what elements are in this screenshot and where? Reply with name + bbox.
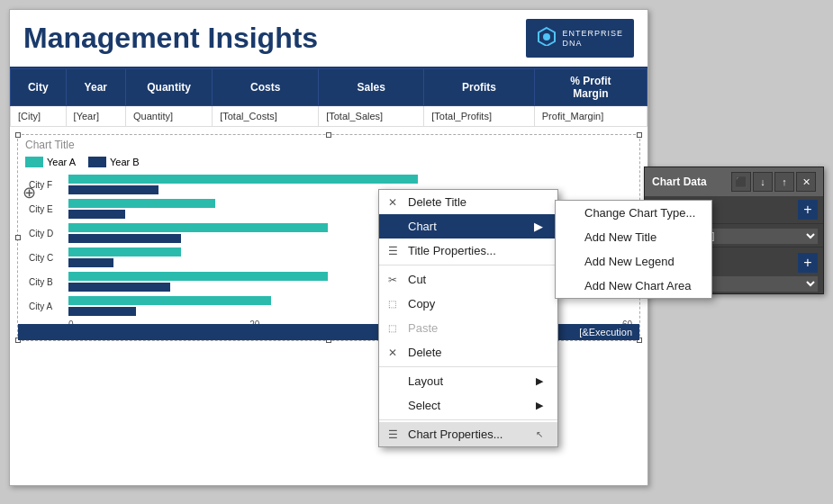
separator-3 bbox=[379, 419, 557, 420]
bar-label-citya: City A bbox=[29, 302, 52, 311]
menu-label-delete-title: Delete Title bbox=[408, 195, 466, 209]
submenu-add-new-title[interactable]: Add New Title bbox=[556, 225, 711, 249]
paste-icon: ⬚ bbox=[388, 323, 396, 333]
report-header: Management Insights ENTERPRISE DNA bbox=[10, 10, 647, 68]
chart-submenu: Change Chart Type... Add New Title Add N… bbox=[555, 200, 712, 299]
bar-label-cityd: City D bbox=[29, 229, 53, 238]
bar-b-cityd bbox=[68, 234, 181, 243]
bar-a-citye bbox=[68, 199, 215, 208]
legend-item-b: Year B bbox=[88, 157, 140, 167]
cursor-indicator: ↖ bbox=[536, 429, 543, 439]
panel-add-button[interactable]: + bbox=[798, 200, 818, 220]
resize-handle-tc[interactable] bbox=[326, 132, 331, 138]
submenu-label-change-chart-type: Change Chart Type... bbox=[584, 206, 695, 220]
separator-1 bbox=[379, 265, 557, 266]
chart-properties-icon: ☰ bbox=[388, 428, 398, 441]
menu-label-chart: Chart bbox=[408, 220, 437, 233]
cell-city: [City] bbox=[11, 106, 67, 127]
bar-a-cityd bbox=[68, 223, 328, 232]
menu-item-delete[interactable]: ✕ Delete bbox=[379, 340, 557, 364]
menu-label-select: Select bbox=[408, 399, 440, 412]
menu-label-title-properties: Title Properties... bbox=[408, 244, 496, 257]
panel-btn-up[interactable]: ↑ bbox=[774, 172, 794, 192]
svg-point-1 bbox=[543, 33, 550, 40]
footer-text: [&Execution bbox=[579, 327, 632, 338]
menu-item-paste[interactable]: ⬚ Paste bbox=[379, 316, 557, 340]
bar-b-cityb bbox=[68, 283, 170, 292]
cell-quantity: Quantity] bbox=[125, 106, 212, 127]
resize-handle-tl[interactable] bbox=[15, 132, 21, 138]
col-city: City bbox=[11, 69, 67, 106]
legend-item-a: Year A bbox=[25, 157, 76, 167]
menu-item-title-properties[interactable]: ☰ Title Properties... bbox=[379, 238, 557, 263]
menu-label-paste: Paste bbox=[408, 321, 438, 335]
cell-margin: Profit_Margin] bbox=[534, 106, 647, 127]
panel-groups-add-button[interactable]: + bbox=[798, 253, 818, 273]
menu-item-cut[interactable]: ✂ Cut bbox=[379, 267, 557, 292]
menu-item-chart-properties[interactable]: ☰ Chart Properties... ↖ bbox=[379, 422, 557, 446]
col-profits: Profits bbox=[424, 69, 534, 106]
bar-b-citya bbox=[68, 307, 136, 316]
delete-title-icon: ✕ bbox=[388, 196, 397, 209]
layout-submenu-arrow: ▶ bbox=[536, 375, 543, 387]
submenu-add-new-chart-area[interactable]: Add New Chart Area bbox=[556, 274, 711, 298]
panel-btn-down[interactable]: ↓ bbox=[753, 172, 773, 192]
separator-2 bbox=[379, 366, 557, 367]
menu-label-cut: Cut bbox=[408, 273, 426, 286]
col-quantity: Quantity bbox=[125, 69, 212, 106]
submenu-label-add-new-legend: Add New Legend bbox=[584, 255, 675, 268]
select-submenu-arrow: ▶ bbox=[536, 400, 543, 411]
menu-label-layout: Layout bbox=[408, 374, 443, 388]
col-costs: Costs bbox=[213, 69, 319, 106]
submenu-label-add-new-title: Add New Title bbox=[584, 230, 656, 244]
data-table: City Year Quantity Costs Sales Profits %… bbox=[10, 68, 647, 127]
bar-a-cityb bbox=[68, 272, 328, 281]
panel-header: Chart Data ⬛ ↓ ↑ ✕ bbox=[645, 167, 823, 196]
cell-costs: [Total_Costs] bbox=[213, 106, 319, 127]
legend-label-b: Year B bbox=[110, 157, 140, 167]
resize-handle-tr[interactable] bbox=[637, 132, 642, 138]
menu-label-copy: Copy bbox=[408, 297, 435, 310]
menu-item-copy[interactable]: ⬚ Copy bbox=[379, 292, 557, 316]
col-profit-margin: % ProfitMargin bbox=[534, 69, 647, 106]
bar-b-citye bbox=[68, 210, 125, 219]
bar-label-cityb: City B bbox=[29, 277, 53, 287]
submenu-add-new-legend[interactable]: Add New Legend bbox=[556, 249, 711, 274]
menu-label-chart-properties: Chart Properties... bbox=[408, 428, 503, 441]
cell-sales: [Total_Sales] bbox=[319, 106, 424, 127]
submenu-change-chart-type[interactable]: Change Chart Type... bbox=[556, 201, 711, 225]
table-row: [City] [Year] Quantity] [Total_Costs] [T… bbox=[11, 106, 647, 127]
delete-icon: ✕ bbox=[388, 346, 397, 359]
panel-toolbar: ⬛ ↓ ↑ ✕ bbox=[731, 172, 816, 192]
menu-item-chart[interactable]: Chart ▶ bbox=[379, 214, 557, 238]
bar-label-cityc: City C bbox=[29, 253, 53, 263]
menu-label-delete: Delete bbox=[408, 346, 442, 359]
submenu-label-add-new-chart-area: Add New Chart Area bbox=[584, 279, 692, 292]
legend-color-b bbox=[88, 157, 106, 167]
panel-btn-close[interactable]: ✕ bbox=[796, 172, 816, 192]
menu-item-layout[interactable]: Layout ▶ bbox=[379, 369, 557, 393]
cell-profits: [Total_Profits] bbox=[424, 106, 534, 127]
cut-icon: ✂ bbox=[388, 274, 397, 286]
col-year: Year bbox=[66, 69, 125, 106]
logo-icon bbox=[537, 26, 557, 50]
legend-label-a: Year A bbox=[47, 157, 76, 167]
cell-year: [Year] bbox=[66, 106, 125, 127]
bar-b-cityf bbox=[68, 185, 158, 194]
panel-title: Chart Data bbox=[652, 176, 707, 188]
title-properties-icon: ☰ bbox=[388, 245, 398, 257]
menu-item-select[interactable]: Select ▶ bbox=[379, 393, 557, 418]
panel-btn-grid[interactable]: ⬛ bbox=[731, 172, 751, 192]
bar-label-citye: City E bbox=[29, 204, 53, 214]
bar-a-cityc bbox=[68, 248, 181, 256]
bar-a-citya bbox=[68, 296, 271, 305]
col-sales: Sales bbox=[319, 69, 424, 106]
logo-box: ENTERPRISE DNA bbox=[526, 19, 634, 58]
menu-item-delete-title[interactable]: ✕ Delete Title bbox=[379, 190, 557, 214]
report-title: Management Insights bbox=[23, 22, 318, 55]
bar-a-cityf bbox=[68, 175, 418, 184]
bar-b-cityc bbox=[68, 258, 113, 267]
move-handle[interactable]: ⊕ bbox=[23, 183, 36, 202]
copy-icon: ⬚ bbox=[388, 299, 396, 309]
chart-submenu-arrow: ▶ bbox=[534, 220, 543, 233]
